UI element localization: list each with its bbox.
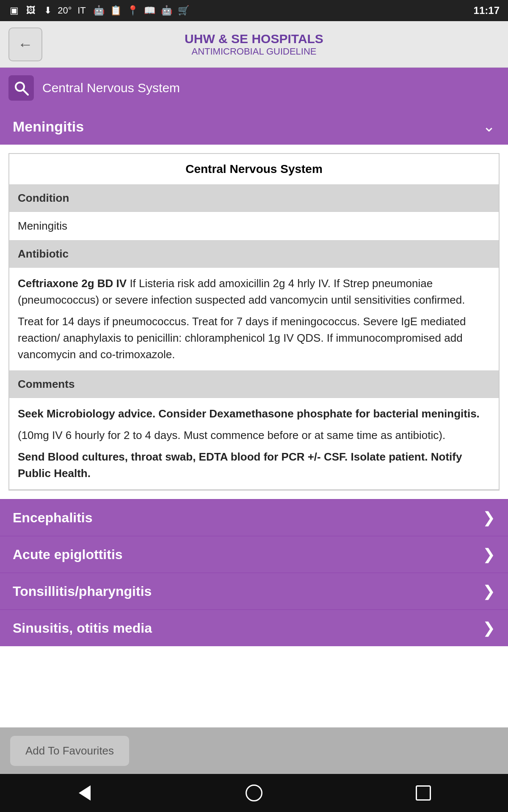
- category-item-encephalitis[interactable]: Encephalitis ❯: [0, 499, 508, 536]
- comments-header: Comments: [9, 371, 499, 398]
- comments-bold-3: Send Blood cultures, throat swab, EDTA b…: [18, 450, 462, 480]
- content-table: Central Nervous System Condition Meningi…: [8, 153, 500, 491]
- shop-icon: 🛒: [178, 5, 189, 16]
- category-item-tonsillitis[interactable]: Tonsillitis/pharyngitis ❯: [0, 573, 508, 609]
- category-label-encephalitis: Encephalitis: [13, 510, 93, 526]
- add-to-favourites-button[interactable]: Add To Favourites: [10, 736, 129, 766]
- android2-icon: 🤖: [161, 5, 172, 16]
- comments-paragraph-3: Send Blood cultures, throat swab, EDTA b…: [18, 449, 490, 482]
- search-text: Central Nervous System: [42, 81, 180, 95]
- condition-value: Meningitis: [9, 212, 499, 241]
- android-icon: 🤖: [93, 5, 104, 16]
- nav-recents-button[interactable]: [411, 780, 436, 806]
- location-icon: 📍: [127, 5, 138, 16]
- download-icon: ⬇: [42, 5, 53, 16]
- category-item-sinusitis[interactable]: Sinusitis, otitis media ❯: [0, 609, 508, 646]
- it-icon: IT: [76, 5, 87, 16]
- battery-icon: ▣: [8, 5, 19, 16]
- category-label-acute-epiglottitis: Acute epiglottitis: [13, 547, 123, 562]
- time-display: 11:17: [474, 5, 500, 16]
- category-list: Encephalitis ❯ Acute epiglottitis ❯ Tons…: [0, 499, 508, 646]
- table-title: Central Nervous System: [9, 154, 499, 185]
- category-item-acute-epiglottitis[interactable]: Acute epiglottitis ❯: [0, 536, 508, 573]
- condition-header: Condition: [9, 185, 499, 212]
- bottom-bar: Add To Favourites: [0, 727, 508, 774]
- antibiotic-paragraph-1: Ceftriaxone 2g BD IV If Listeria risk ad…: [18, 275, 490, 308]
- back-button[interactable]: ←: [8, 27, 42, 61]
- chevron-right-icon-acute-epiglottitis: ❯: [483, 546, 495, 563]
- nav-back-button[interactable]: [72, 780, 97, 806]
- meningitis-chevron-down-icon: ⌄: [483, 118, 495, 135]
- antibiotic-text: Ceftriaxone 2g BD IV If Listeria risk ad…: [9, 268, 499, 371]
- antibiotic-header: Antibiotic: [9, 241, 499, 268]
- search-icon: [14, 80, 29, 96]
- category-label-tonsillitis: Tonsillitis/pharyngitis: [13, 584, 152, 599]
- nav-home-icon: [246, 785, 262, 801]
- temp-display: 20°: [59, 5, 70, 16]
- meningitis-section-header[interactable]: Meningitis ⌄: [0, 108, 508, 145]
- search-icon-wrap: [8, 75, 34, 101]
- sim-icon: 📋: [110, 5, 121, 16]
- status-icons: ▣ 🖼 ⬇ 20° IT 🤖 📋 📍 📖 🤖 🛒: [8, 5, 189, 16]
- category-label-sinusitis: Sinusitis, otitis media: [13, 620, 152, 636]
- comments-bold-1: Seek Microbiology advice. Consider Dexam…: [18, 407, 480, 420]
- content-spacer: [0, 646, 508, 727]
- chevron-right-icon-sinusitis: ❯: [483, 619, 495, 637]
- comments-paragraph-2: (10mg IV 6 hourly for 2 to 4 days. Must …: [18, 427, 490, 444]
- comments-paragraph-1: Seek Microbiology advice. Consider Dexam…: [18, 406, 490, 422]
- comments-text: Seek Microbiology advice. Consider Dexam…: [9, 398, 499, 490]
- book-icon: 📖: [144, 5, 155, 16]
- image-icon: 🖼: [25, 5, 36, 16]
- antibiotic-paragraph-2: Treat for 14 days if pneumococcus. Treat…: [18, 313, 490, 363]
- nav-recents-icon: [416, 785, 431, 801]
- antibiotic-bold: Ceftriaxone 2g BD IV: [18, 277, 127, 290]
- status-bar: ▣ 🖼 ⬇ 20° IT 🤖 📋 📍 📖 🤖 🛒 11:17: [0, 0, 508, 21]
- nav-home-button[interactable]: [241, 780, 267, 806]
- meningitis-label: Meningitis: [13, 118, 84, 135]
- header-title-block: UHW & SE HOSPITALS ANTIMICROBIAL GUIDELI…: [42, 32, 466, 57]
- chevron-right-icon-encephalitis: ❯: [483, 509, 495, 527]
- app-title: UHW & SE HOSPITALS: [42, 32, 466, 46]
- android-nav-bar: [0, 774, 508, 812]
- search-bar[interactable]: Central Nervous System: [0, 68, 508, 108]
- app-subtitle: ANTIMICROBIAL GUIDELINE: [42, 46, 466, 57]
- nav-back-icon: [79, 785, 91, 801]
- app-header: ← UHW & SE HOSPITALS ANTIMICROBIAL GUIDE…: [0, 21, 508, 68]
- chevron-right-icon-tonsillitis: ❯: [483, 582, 495, 600]
- back-arrow-icon: ←: [18, 36, 33, 53]
- svg-line-1: [23, 90, 28, 95]
